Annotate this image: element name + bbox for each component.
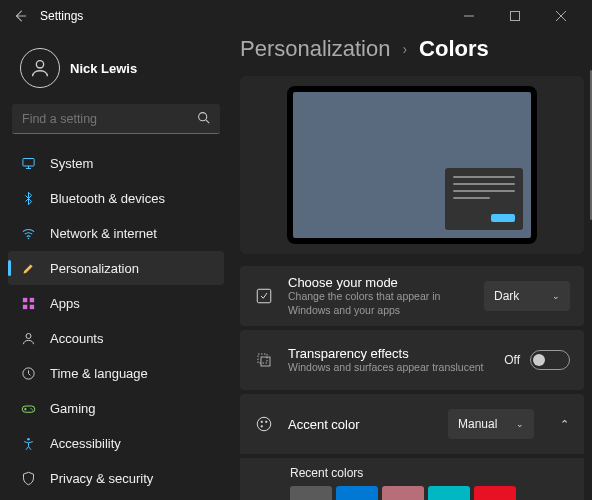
svg-rect-15 bbox=[257, 289, 271, 303]
sidebar-item-label: Bluetooth & devices bbox=[50, 191, 165, 206]
search-field[interactable] bbox=[22, 112, 197, 126]
svg-point-14 bbox=[27, 437, 30, 440]
chevron-up-icon[interactable]: ⌃ bbox=[558, 418, 570, 431]
svg-rect-5 bbox=[22, 297, 26, 301]
mode-subtitle: Change the colors that appear in Windows… bbox=[288, 290, 470, 316]
user-name: Nick Lewis bbox=[70, 61, 137, 76]
svg-rect-7 bbox=[22, 304, 26, 308]
recent-color-swatches bbox=[290, 486, 570, 500]
accounts-icon bbox=[20, 330, 36, 346]
breadcrumb-parent[interactable]: Personalization bbox=[240, 36, 390, 62]
svg-point-21 bbox=[261, 425, 263, 427]
maximize-button[interactable] bbox=[492, 0, 538, 32]
sidebar-item-network-internet[interactable]: Network & internet bbox=[8, 216, 224, 250]
svg-rect-8 bbox=[29, 304, 33, 308]
close-icon bbox=[556, 11, 566, 21]
transparency-title: Transparency effects bbox=[288, 346, 490, 361]
sidebar-item-label: Accounts bbox=[50, 331, 103, 346]
svg-point-1 bbox=[36, 61, 43, 68]
person-icon bbox=[29, 57, 51, 79]
system-icon bbox=[20, 155, 36, 171]
sidebar-item-bluetooth-devices[interactable]: Bluetooth & devices bbox=[8, 181, 224, 215]
sidebar: Nick Lewis SystemBluetooth & devicesNetw… bbox=[0, 32, 232, 500]
accent-color-setting[interactable]: Accent color Manual ⌄ ⌃ bbox=[240, 394, 584, 454]
svg-rect-0 bbox=[511, 12, 520, 21]
sidebar-item-windows-update[interactable]: Windows Update bbox=[8, 496, 224, 500]
minimize-icon bbox=[464, 11, 474, 21]
chevron-down-icon: ⌄ bbox=[552, 291, 560, 301]
sidebar-item-label: Privacy & security bbox=[50, 471, 153, 486]
theme-preview bbox=[240, 76, 584, 254]
sidebar-item-privacy-security[interactable]: Privacy & security bbox=[8, 461, 224, 495]
accent-value: Manual bbox=[458, 417, 497, 431]
time-language-icon bbox=[20, 365, 36, 381]
svg-point-18 bbox=[257, 417, 271, 431]
arrow-left-icon bbox=[13, 9, 27, 23]
privacy-icon bbox=[20, 470, 36, 486]
svg-point-12 bbox=[30, 407, 31, 408]
mode-title: Choose your mode bbox=[288, 275, 470, 290]
user-account[interactable]: Nick Lewis bbox=[4, 38, 228, 104]
search-input[interactable] bbox=[12, 104, 220, 134]
search-icon bbox=[197, 111, 210, 127]
accent-dropdown[interactable]: Manual ⌄ bbox=[448, 409, 534, 439]
sidebar-item-label: Apps bbox=[50, 296, 80, 311]
brush-icon bbox=[254, 286, 274, 306]
content-area: Personalization › Colors Choose your mod… bbox=[232, 32, 592, 500]
maximize-icon bbox=[510, 11, 520, 21]
minimize-button[interactable] bbox=[446, 0, 492, 32]
svg-rect-16 bbox=[258, 354, 267, 363]
chevron-down-icon: ⌄ bbox=[516, 419, 524, 429]
sidebar-item-gaming[interactable]: Gaming bbox=[8, 391, 224, 425]
svg-rect-3 bbox=[22, 158, 33, 166]
back-button[interactable] bbox=[8, 4, 32, 28]
choose-mode-setting: Choose your mode Change the colors that … bbox=[240, 266, 584, 326]
color-swatch[interactable] bbox=[382, 486, 424, 500]
accessibility-icon bbox=[20, 435, 36, 451]
sidebar-item-label: Personalization bbox=[50, 261, 139, 276]
svg-rect-6 bbox=[29, 297, 33, 301]
color-swatch[interactable] bbox=[428, 486, 470, 500]
apps-icon bbox=[20, 295, 36, 311]
sidebar-item-label: Gaming bbox=[50, 401, 96, 416]
preview-window bbox=[445, 168, 523, 230]
window-title: Settings bbox=[40, 9, 83, 23]
sidebar-item-apps[interactable]: Apps bbox=[8, 286, 224, 320]
transparency-icon bbox=[254, 350, 274, 370]
sidebar-item-label: Network & internet bbox=[50, 226, 157, 241]
sidebar-item-accessibility[interactable]: Accessibility bbox=[8, 426, 224, 460]
personalization-icon bbox=[20, 260, 36, 276]
toggle-state-label: Off bbox=[504, 353, 520, 367]
svg-point-4 bbox=[27, 237, 29, 239]
palette-icon bbox=[254, 414, 274, 434]
page-title: Colors bbox=[419, 36, 489, 62]
preview-monitor bbox=[287, 86, 537, 244]
accent-expanded-panel: Recent colors bbox=[240, 458, 584, 500]
sidebar-item-time-language[interactable]: Time & language bbox=[8, 356, 224, 390]
chevron-right-icon: › bbox=[402, 41, 407, 57]
recent-colors-label: Recent colors bbox=[290, 466, 570, 480]
sidebar-item-personalization[interactable]: Personalization bbox=[8, 251, 224, 285]
accent-title: Accent color bbox=[288, 417, 434, 432]
svg-point-19 bbox=[261, 421, 263, 423]
gaming-icon bbox=[20, 400, 36, 416]
svg-point-9 bbox=[26, 333, 31, 338]
wifi-icon bbox=[20, 225, 36, 241]
mode-value: Dark bbox=[494, 289, 519, 303]
svg-point-2 bbox=[199, 112, 207, 120]
color-swatch[interactable] bbox=[290, 486, 332, 500]
transparency-setting: Transparency effects Windows and surface… bbox=[240, 330, 584, 390]
mode-dropdown[interactable]: Dark ⌄ bbox=[484, 281, 570, 311]
close-button[interactable] bbox=[538, 0, 584, 32]
color-swatch[interactable] bbox=[336, 486, 378, 500]
bluetooth-icon bbox=[20, 190, 36, 206]
nav-list: SystemBluetooth & devicesNetwork & inter… bbox=[4, 146, 228, 500]
sidebar-item-accounts[interactable]: Accounts bbox=[8, 321, 224, 355]
breadcrumb: Personalization › Colors bbox=[240, 36, 586, 62]
transparency-toggle[interactable] bbox=[530, 350, 570, 370]
sidebar-item-system[interactable]: System bbox=[8, 146, 224, 180]
sidebar-item-label: Accessibility bbox=[50, 436, 121, 451]
transparency-subtitle: Windows and surfaces appear translucent bbox=[288, 361, 490, 374]
color-swatch[interactable] bbox=[474, 486, 516, 500]
svg-point-13 bbox=[31, 409, 32, 410]
